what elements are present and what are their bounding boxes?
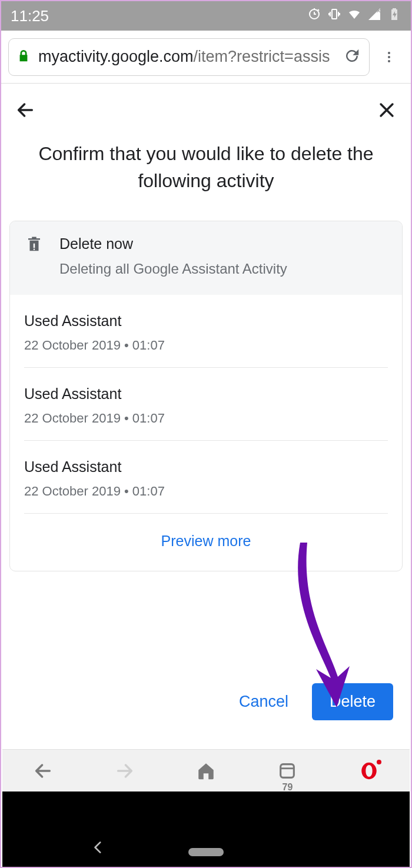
lock-icon <box>17 49 30 65</box>
page-content: Confirm that you would like to delete th… <box>1 84 411 720</box>
delete-subtext: Deleting all Google Assistant Activity <box>59 261 287 277</box>
status-icons: ✕ <box>307 7 401 25</box>
back-arrow-icon[interactable] <box>15 100 35 122</box>
activity-timestamp: 22 October 2019 • 01:07 <box>24 484 388 499</box>
activity-title: Used Assistant <box>24 312 388 330</box>
android-nav-bar <box>2 791 410 867</box>
svg-text:✕: ✕ <box>376 8 381 14</box>
trash-icon <box>25 235 43 255</box>
refresh-icon[interactable] <box>343 47 361 67</box>
preview-more-link[interactable]: Preview more <box>24 514 388 571</box>
activity-list: Used Assistant 22 October 2019 • 01:07 U… <box>10 295 402 571</box>
nav-home-button[interactable] <box>165 761 247 781</box>
browser-toolbar: myactivity.google.com/item?restrict=assi… <box>1 31 411 84</box>
url-text: myactivity.google.com/item?restrict=assi… <box>38 48 335 66</box>
svg-rect-1 <box>332 9 337 19</box>
browser-bottom-nav: 79 <box>2 749 410 791</box>
card-header: Delete now Deleting all Google Assistant… <box>10 221 402 295</box>
svg-point-7 <box>34 248 35 250</box>
delete-button[interactable]: Delete <box>312 683 393 720</box>
system-back-icon[interactable] <box>91 840 106 857</box>
nav-back-button[interactable] <box>2 761 84 781</box>
delete-card: Delete now Deleting all Google Assistant… <box>9 221 403 571</box>
dialog-actions: Cancel Delete <box>1 683 411 720</box>
nav-tabs-button[interactable]: 79 <box>247 761 328 781</box>
signal-icon: ✕ <box>367 7 381 25</box>
svg-point-3 <box>388 52 390 54</box>
page-title: Confirm that you would like to delete th… <box>1 129 411 221</box>
activity-title: Used Assistant <box>24 385 388 403</box>
tab-count: 79 <box>283 782 293 793</box>
wifi-icon <box>347 7 361 25</box>
android-status-bar: 11:25 ✕ <box>1 1 411 31</box>
close-icon[interactable] <box>377 100 397 122</box>
system-home-pill[interactable] <box>188 848 224 856</box>
cancel-button[interactable]: Cancel <box>233 684 294 719</box>
activity-item: Used Assistant 22 October 2019 • 01:07 <box>24 295 388 368</box>
browser-menu-button[interactable] <box>374 50 404 64</box>
nav-forward-button[interactable] <box>84 761 165 781</box>
status-time: 11:25 <box>11 7 49 25</box>
activity-title: Used Assistant <box>24 458 388 475</box>
vibrate-icon <box>327 7 341 25</box>
alarm-icon <box>307 7 321 25</box>
svg-point-5 <box>388 60 390 62</box>
activity-timestamp: 22 October 2019 • 01:07 <box>24 411 388 426</box>
svg-point-4 <box>388 56 390 58</box>
svg-rect-8 <box>281 764 294 777</box>
activity-item: Used Assistant 22 October 2019 • 01:07 <box>24 441 388 514</box>
battery-icon <box>387 7 401 25</box>
delete-now-heading: Delete now <box>59 235 287 252</box>
activity-timestamp: 22 October 2019 • 01:07 <box>24 338 388 353</box>
activity-item: Used Assistant 22 October 2019 • 01:07 <box>24 368 388 441</box>
nav-opera-button[interactable] <box>328 761 410 781</box>
svg-rect-6 <box>34 244 35 248</box>
opera-icon <box>359 761 379 781</box>
address-bar[interactable]: myactivity.google.com/item?restrict=assi… <box>8 38 370 76</box>
